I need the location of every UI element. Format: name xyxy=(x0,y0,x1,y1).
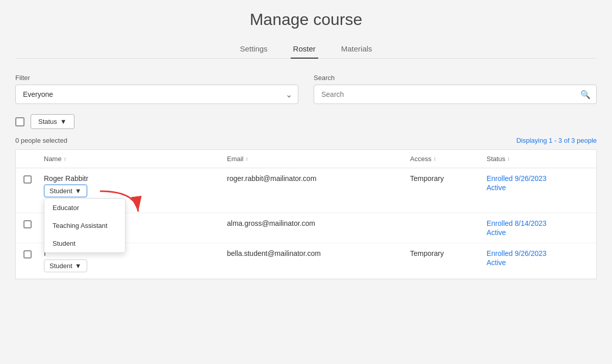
status-button[interactable]: Status ▼ xyxy=(31,114,74,129)
row2-email: alma.gross@mailinator.com xyxy=(227,219,410,227)
row2-status: Enrolled 8/14/2023 Active xyxy=(487,219,589,237)
col-header-status[interactable]: Status ↕ xyxy=(487,155,589,163)
role-option-student[interactable]: Student xyxy=(44,235,125,252)
row1-access: Temporary xyxy=(410,174,487,183)
search-label: Search xyxy=(314,74,597,82)
filter-label: Filter xyxy=(15,74,298,82)
col-header-email[interactable]: Email ↕ xyxy=(227,155,410,163)
email-sort-icon: ↕ xyxy=(246,156,248,162)
search-input[interactable] xyxy=(314,85,597,104)
row3-checkbox[interactable] xyxy=(23,250,32,258)
row2-checkbox[interactable] xyxy=(23,220,32,228)
role-option-ta[interactable]: Teaching Assistant xyxy=(44,217,125,235)
search-icon: 🔍 xyxy=(580,90,591,99)
row3-enrolled: Enrolled 9/26/2023 xyxy=(487,249,589,257)
row3-access: Temporary xyxy=(410,249,487,257)
filter-group: Filter Everyone Students Educators Teach… xyxy=(15,74,298,104)
roster-table: Name ↕ Email ↕ Access ↕ Status ↕ Roger R… xyxy=(15,149,597,279)
row3-role-button[interactable]: Student ▼ xyxy=(44,259,87,272)
row1-name-cell: Roger Rabbitr Student ▼ Educator Teachin… xyxy=(44,174,227,197)
displaying-text: Displaying 1 - 3 of 3 people xyxy=(516,137,597,144)
row3-status: Enrolled 9/26/2023 Active xyxy=(487,249,589,267)
row1-role-wrapper: Student ▼ Educator Teaching Assistant St… xyxy=(44,185,87,197)
row2-active: Active xyxy=(487,228,589,237)
row3-active: Active xyxy=(487,258,589,267)
search-input-wrapper: 🔍 xyxy=(314,85,597,104)
filter-select[interactable]: Everyone Students Educators Teaching Ass… xyxy=(15,85,298,104)
row3-email: bella.student@mailinator.com xyxy=(227,249,410,257)
row2-enrolled: Enrolled 8/14/2023 xyxy=(487,219,589,227)
search-group: Search 🔍 xyxy=(314,74,597,104)
row1-enrolled: Enrolled 9/26/2023 xyxy=(487,174,589,183)
access-sort-icon: ↕ xyxy=(434,156,436,162)
row3-role-label: Student xyxy=(49,262,72,270)
row1-role-label: Student xyxy=(49,187,72,195)
row1-role-arrow: ▼ xyxy=(75,187,82,195)
name-sort-icon: ↕ xyxy=(64,156,66,162)
row3-role-arrow: ▼ xyxy=(75,262,82,270)
tab-bar: Settings Roster Materials xyxy=(15,39,597,59)
selected-count: 0 people selected xyxy=(15,137,67,144)
role-option-educator[interactable]: Educator xyxy=(44,199,125,217)
tab-materials[interactable]: Materials xyxy=(339,39,375,58)
status-dropdown-arrow: ▼ xyxy=(60,118,67,125)
row1-active: Active xyxy=(487,184,589,192)
table-row: Roger Rabbitr Student ▼ Educator Teachin… xyxy=(16,168,596,213)
col-header-name[interactable]: Name ↕ xyxy=(44,155,227,163)
col-header-access[interactable]: Access ↕ xyxy=(410,155,487,163)
page-title: Manage course xyxy=(15,10,597,29)
info-row: 0 people selected Displaying 1 - 3 of 3 … xyxy=(15,137,597,144)
tab-roster[interactable]: Roster xyxy=(291,39,318,58)
row1-role-button[interactable]: Student ▼ xyxy=(44,185,87,197)
row1-checkbox[interactable] xyxy=(23,175,32,184)
row1-status: Enrolled 9/26/2023 Active xyxy=(487,174,589,192)
row1-email: roger.rabbit@mailinator.com xyxy=(227,174,410,183)
select-all-checkbox[interactable] xyxy=(15,117,24,126)
row1-name: Roger Rabbitr xyxy=(44,174,227,183)
toolbar-row: Status ▼ xyxy=(15,114,597,129)
tab-settings[interactable]: Settings xyxy=(237,39,270,58)
status-sort-icon: ↕ xyxy=(507,156,510,162)
filter-select-wrapper: Everyone Students Educators Teaching Ass… xyxy=(15,85,298,104)
table-header: Name ↕ Email ↕ Access ↕ Status ↕ xyxy=(16,150,596,168)
role-dropdown-menu: Educator Teaching Assistant Student xyxy=(44,198,125,253)
filter-search-row: Filter Everyone Students Educators Teach… xyxy=(15,74,597,104)
status-button-label: Status xyxy=(38,118,57,125)
